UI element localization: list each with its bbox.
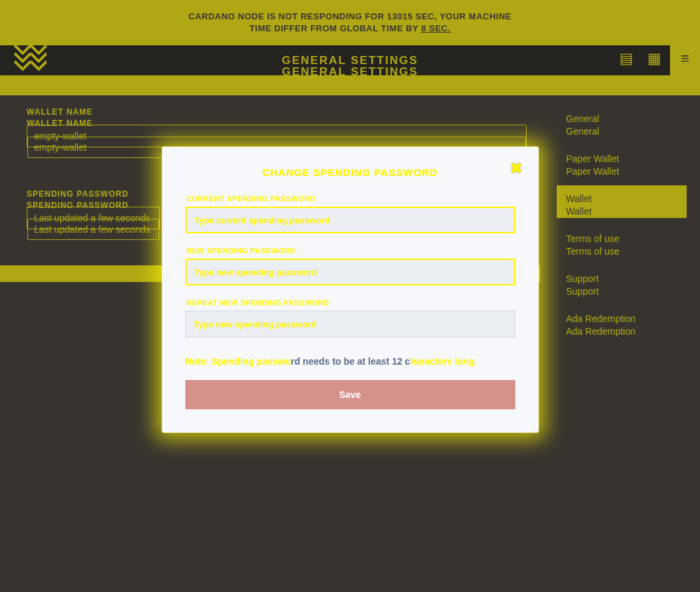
close-icon[interactable]: ✖	[510, 160, 522, 177]
password-note: Note: Spending password needs to be at l…	[185, 356, 515, 367]
modal-backdrop: ✖ CHANGE SPENDING PASSWORD CURRENT SPEND…	[0, 0, 700, 592]
modal-title: CHANGE SPENDING PASSWORD	[185, 167, 515, 178]
change-password-modal: ✖ CHANGE SPENDING PASSWORD CURRENT SPEND…	[162, 147, 539, 433]
save-button[interactable]: Save	[185, 380, 515, 409]
repeat-password-label: REPEAT NEW SPENDING PASSWORD	[187, 299, 515, 307]
new-password-input[interactable]	[185, 259, 515, 285]
new-password-label: NEW SPENDING PASSWORD	[187, 247, 515, 255]
current-password-input[interactable]	[185, 207, 515, 233]
current-password-label: CURRENT SPENDING PASSWORD	[187, 195, 515, 203]
repeat-password-input[interactable]	[185, 311, 515, 337]
